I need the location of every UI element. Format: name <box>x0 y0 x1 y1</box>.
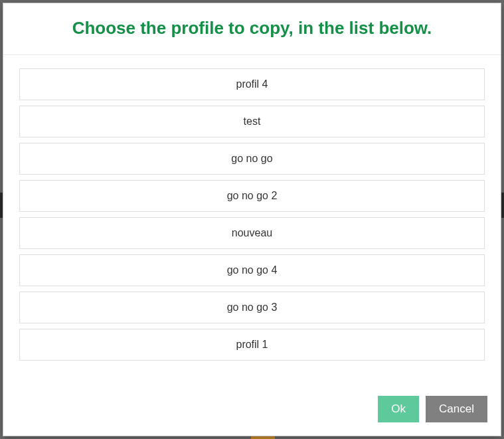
profile-item-label: profil 1 <box>236 339 268 350</box>
profile-item-label: test <box>244 116 261 127</box>
profile-item[interactable]: go no go 2 <box>19 180 485 212</box>
profile-item[interactable]: go no go <box>19 143 485 175</box>
profile-item[interactable]: nouveau <box>19 217 485 249</box>
dialog-title: Choose the profile to copy, in the list … <box>17 18 487 39</box>
profile-item-label: nouveau <box>232 227 272 238</box>
profile-item-label: go no go 4 <box>227 264 278 276</box>
dialog-header: Choose the profile to copy, in the list … <box>3 3 501 55</box>
profile-item[interactable]: go no go 4 <box>19 254 485 286</box>
profile-item-label: go no go 3 <box>227 302 278 313</box>
ok-button[interactable]: Ok <box>378 396 419 422</box>
profile-item[interactable]: test <box>19 106 485 137</box>
dialog-body: profil 4 test go no go go no go 2 nouvea… <box>3 55 501 385</box>
copy-profile-dialog: Choose the profile to copy, in the list … <box>3 3 501 436</box>
profile-item[interactable]: go no go 3 <box>19 292 485 323</box>
profile-item-label: go no go <box>231 153 272 164</box>
profile-item-label: go no go 2 <box>227 190 278 201</box>
profile-item-label: profil 4 <box>236 78 268 90</box>
cancel-button[interactable]: Cancel <box>426 396 487 422</box>
profile-item[interactable]: profil 4 <box>19 68 485 100</box>
profile-item[interactable]: profil 1 <box>19 329 485 361</box>
dialog-footer: Ok Cancel <box>3 385 501 436</box>
profile-list: profil 4 test go no go go no go 2 nouvea… <box>19 68 485 361</box>
